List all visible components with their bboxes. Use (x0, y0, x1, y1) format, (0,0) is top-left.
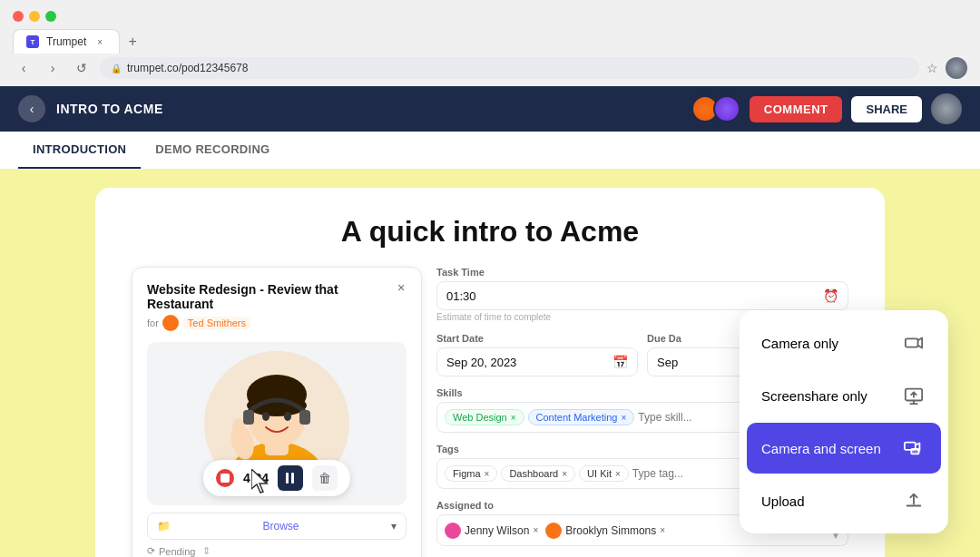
camera-only-icon (901, 330, 926, 356)
task-close-btn[interactable]: × (392, 278, 410, 297)
upload-label: Upload (761, 493, 805, 509)
pending-icon: ⟳ (147, 545, 155, 557)
browser-user-avatar (946, 57, 967, 79)
browse-icon: 📁 (157, 520, 171, 533)
jenny-close[interactable]: × (533, 525, 538, 535)
recording-dropdown: Camera only Screenshare only Camera a (740, 310, 948, 533)
tag-dashboard-close[interactable]: × (562, 469, 567, 479)
cursor-indicator (251, 469, 273, 498)
screenshare-only-label: Screenshare only (761, 388, 867, 404)
skill-content-marketing-close[interactable]: × (621, 413, 626, 423)
start-date-value: Sep 20, 2023 (446, 356, 516, 369)
task-time-input[interactable]: 01:30 ⏰ (436, 281, 848, 310)
video-area: 4:24 🗑 (147, 342, 407, 505)
task-card: Website Redesign - Review that Restauran… (132, 267, 422, 557)
svg-rect-9 (299, 410, 310, 425)
pending-status: ⟳ Pending ⇕ (147, 545, 407, 557)
back-button[interactable]: ‹ (18, 95, 45, 122)
tag-figma: Figma × (445, 465, 497, 482)
tag-dashboard: Dashboard × (501, 465, 575, 482)
chevron-down-icon: ▾ (391, 520, 397, 533)
skill-web-design-close[interactable]: × (511, 413, 516, 423)
jenny-name: Jenny Wilson (465, 524, 529, 537)
task-user-name: Ted Smithers (182, 317, 251, 329)
tab-label: Trumpet (46, 35, 86, 48)
reload-nav-btn[interactable]: ↺ (71, 57, 93, 79)
header-actions: COMMENT SHARE (691, 93, 962, 124)
content-title: A quick intro to Acme (132, 215, 848, 249)
pause-button[interactable] (278, 465, 303, 491)
dropdown-upload[interactable]: Upload (747, 475, 941, 526)
avatar-group (691, 95, 740, 122)
upload-icon (901, 488, 926, 513)
camera-only-label: Camera only (761, 336, 838, 351)
task-time-label: Task Time (436, 267, 848, 278)
brooklyn-avatar (545, 523, 562, 539)
app-title: INTRO TO ACME (56, 102, 163, 116)
rec-dot (220, 474, 230, 483)
svg-rect-16 (911, 449, 918, 454)
pause-icon (286, 473, 295, 484)
svg-marker-12 (251, 469, 267, 493)
skill-web-design: Web Design × (445, 409, 524, 425)
avatar-2 (713, 95, 740, 122)
start-date-input[interactable]: Sep 20, 2023 📅 (436, 347, 638, 376)
skill-content-marketing: Content Marketing × (528, 409, 635, 425)
task-title: Website Redesign - Review that Restauran… (147, 282, 407, 311)
tab-favicon: T (26, 35, 39, 48)
dropdown-camera-only[interactable]: Camera only (747, 318, 941, 368)
svg-point-11 (284, 412, 291, 421)
forward-nav-btn[interactable]: › (42, 57, 64, 79)
tag-figma-close[interactable]: × (485, 469, 490, 479)
screenshare-only-icon (901, 383, 926, 408)
dropdown-screenshare-only[interactable]: Screenshare only (747, 370, 941, 421)
task-for: for Ted Smithers (147, 315, 407, 331)
trash-button[interactable]: 🗑 (312, 465, 338, 491)
traffic-minimize[interactable] (29, 11, 40, 22)
tab-introduction[interactable]: INTRODUCTION (18, 132, 141, 169)
user-avatar (931, 93, 962, 124)
svg-point-7 (232, 418, 245, 436)
browser-tab[interactable]: T Trumpet × (13, 29, 120, 54)
main-content: A quick intro to Acme Website Redesign -… (0, 170, 980, 557)
traffic-close[interactable] (13, 11, 24, 22)
lock-icon: 🔒 (111, 64, 122, 73)
rec-indicator (216, 469, 234, 487)
browse-label: Browse (262, 520, 299, 533)
svg-rect-8 (243, 410, 254, 425)
jenny-avatar (445, 523, 461, 539)
assignee-jenny: Jenny Wilson × (445, 523, 538, 539)
svg-point-10 (262, 412, 270, 421)
tab-demo-recording[interactable]: DEMO RECORDING (141, 132, 284, 169)
task-time-value: 01:30 (446, 289, 476, 303)
due-date-value: Sep (657, 356, 678, 369)
brooklyn-name: Brooklyn Simmons (565, 524, 656, 537)
comment-button[interactable]: COMMENT (750, 96, 843, 122)
nav-tabs: INTRODUCTION DEMO RECORDING (0, 132, 980, 170)
back-nav-btn[interactable]: ‹ (13, 57, 34, 79)
traffic-maximize[interactable] (45, 11, 56, 22)
app-header: ‹ INTRO TO ACME COMMENT SHARE (0, 86, 980, 132)
assignee-brooklyn: Brooklyn Simmons × (545, 523, 665, 539)
calendar-icon: 📅 (612, 355, 628, 369)
url-text: trumpet.co/pod12345678 (127, 62, 248, 74)
bookmark-btn[interactable]: ☆ (926, 61, 938, 75)
browser-chrome: T Trumpet × + ‹ › ↺ 🔒 trumpet.co/pod1234… (0, 0, 980, 86)
share-button[interactable]: SHARE (851, 96, 922, 122)
tag-ui-kit: UI Kit × (579, 465, 629, 482)
tab-close-btn[interactable]: × (93, 35, 106, 48)
task-user-avatar (162, 315, 179, 331)
pending-label: Pending (159, 546, 195, 557)
new-tab-btn[interactable]: + (123, 33, 142, 51)
brooklyn-close[interactable]: × (660, 525, 665, 535)
dropdown-camera-and-screen[interactable]: Camera and screen (747, 423, 941, 474)
browse-dropdown[interactable]: 📁 Browse ▾ (147, 513, 407, 540)
start-date-row: Start Date Sep 20, 2023 📅 (436, 333, 638, 376)
url-bar[interactable]: 🔒 trumpet.co/pod12345678 (100, 57, 919, 79)
stepper-icon[interactable]: ⇕ (202, 545, 211, 557)
camera-and-screen-icon (901, 435, 926, 461)
tag-ui-kit-close[interactable]: × (615, 469, 621, 479)
svg-rect-13 (906, 338, 918, 347)
start-date-label: Start Date (436, 333, 638, 344)
camera-and-screen-label: Camera and screen (761, 441, 881, 456)
